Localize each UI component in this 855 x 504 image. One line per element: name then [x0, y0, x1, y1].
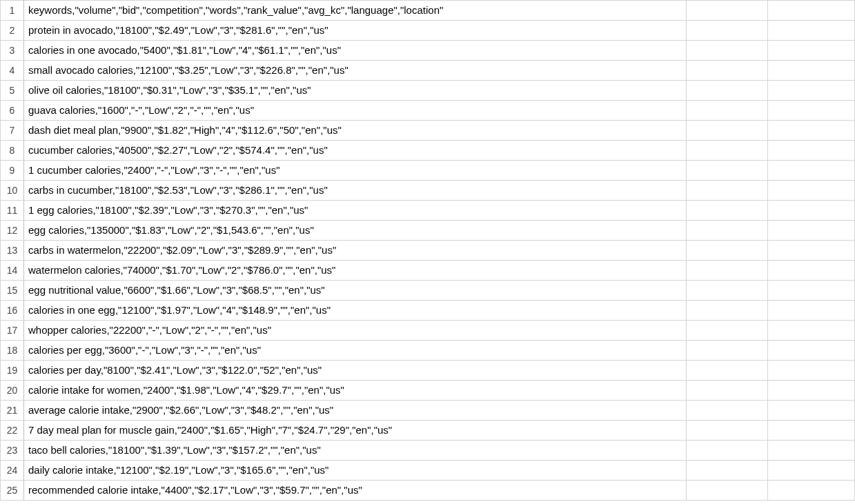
empty-cell[interactable] [768, 281, 855, 301]
empty-cell[interactable] [687, 281, 768, 301]
row-number[interactable]: 3 [1, 41, 24, 61]
row-number[interactable]: 14 [1, 261, 24, 281]
empty-cell[interactable] [768, 61, 855, 81]
empty-cell[interactable] [687, 81, 768, 101]
row-number[interactable]: 13 [1, 241, 24, 261]
row-number[interactable]: 21 [1, 401, 24, 421]
row-number[interactable]: 10 [1, 181, 24, 201]
empty-cell[interactable] [768, 141, 855, 161]
empty-cell[interactable] [687, 321, 768, 341]
empty-cell[interactable] [768, 461, 855, 481]
empty-cell[interactable] [687, 221, 768, 241]
empty-cell[interactable] [768, 181, 855, 201]
row-number[interactable]: 5 [1, 81, 24, 101]
cell-content[interactable]: dash diet meal plan,"9900","$1.82","High… [24, 121, 687, 141]
empty-cell[interactable] [768, 161, 855, 181]
empty-cell[interactable] [768, 321, 855, 341]
cell-content[interactable]: average calorie intake,"2900","$2.66","L… [24, 401, 687, 421]
row-number[interactable]: 2 [1, 21, 24, 41]
empty-cell[interactable] [768, 361, 855, 381]
row-number[interactable]: 22 [1, 421, 24, 441]
row-number[interactable]: 12 [1, 221, 24, 241]
row-number[interactable]: 15 [1, 281, 24, 301]
empty-cell[interactable] [687, 361, 768, 381]
empty-cell[interactable] [687, 61, 768, 81]
empty-cell[interactable] [687, 201, 768, 221]
empty-cell[interactable] [768, 301, 855, 321]
empty-cell[interactable] [687, 341, 768, 361]
empty-cell[interactable] [687, 241, 768, 261]
cell-content[interactable]: guava calories,"1600","-","Low","2","-",… [24, 101, 687, 121]
empty-cell[interactable] [768, 121, 855, 141]
cell-content[interactable]: egg nutritional value,"6600","$1.66","Lo… [24, 281, 687, 301]
cell-content[interactable]: watermelon calories,"74000","$1.70","Low… [24, 261, 687, 281]
row-number[interactable]: 20 [1, 381, 24, 401]
empty-cell[interactable] [687, 381, 768, 401]
empty-cell[interactable] [768, 21, 855, 41]
empty-cell[interactable] [768, 381, 855, 401]
empty-cell[interactable] [768, 81, 855, 101]
empty-cell[interactable] [687, 481, 768, 501]
row-number[interactable]: 6 [1, 101, 24, 121]
empty-cell[interactable] [687, 101, 768, 121]
row-number[interactable]: 23 [1, 441, 24, 461]
cell-content[interactable]: whopper calories,"22200","-","Low","2","… [24, 321, 687, 341]
empty-cell[interactable] [687, 1, 768, 21]
row-number[interactable]: 25 [1, 481, 24, 501]
empty-cell[interactable] [687, 461, 768, 481]
cell-content[interactable]: calories in one egg,"12100","$1.97","Low… [24, 301, 687, 321]
cell-content[interactable]: taco bell calories,"18100","$1.39","Low"… [24, 441, 687, 461]
empty-cell[interactable] [687, 141, 768, 161]
row-number[interactable]: 8 [1, 141, 24, 161]
empty-cell[interactable] [687, 121, 768, 141]
empty-cell[interactable] [687, 401, 768, 421]
cell-content[interactable]: olive oil calories,"18100","$0.31","Low"… [24, 81, 687, 101]
empty-cell[interactable] [768, 401, 855, 421]
cell-content[interactable]: carbs in watermelon,"22200","$2.09","Low… [24, 241, 687, 261]
empty-cell[interactable] [687, 441, 768, 461]
empty-cell[interactable] [768, 201, 855, 221]
cell-content[interactable]: calories in one avocado,"5400","$1.81","… [24, 41, 687, 61]
row-number[interactable]: 1 [1, 1, 24, 21]
cell-content[interactable]: cucumber calories,"40500","$2.27","Low",… [24, 141, 687, 161]
empty-cell[interactable] [768, 341, 855, 361]
cell-content[interactable]: calories per day,"8100","$2.41","Low","3… [24, 361, 687, 381]
cell-content[interactable]: calories per egg,"3600","-","Low","3","-… [24, 341, 687, 361]
empty-cell[interactable] [768, 261, 855, 281]
empty-cell[interactable] [687, 421, 768, 441]
empty-cell[interactable] [768, 101, 855, 121]
empty-cell[interactable] [768, 481, 855, 501]
cell-content[interactable]: protein in avocado,"18100","$2.49","Low"… [24, 21, 687, 41]
row-number[interactable]: 9 [1, 161, 24, 181]
empty-cell[interactable] [768, 441, 855, 461]
empty-cell[interactable] [687, 21, 768, 41]
empty-cell[interactable] [687, 261, 768, 281]
cell-content[interactable]: 1 egg calories,"18100","$2.39","Low","3"… [24, 201, 687, 221]
row-number[interactable]: 19 [1, 361, 24, 381]
cell-content[interactable]: small avocado calories,"12100","$3.25","… [24, 61, 687, 81]
empty-cell[interactable] [687, 41, 768, 61]
cell-content[interactable]: 7 day meal plan for muscle gain,"2400","… [24, 421, 687, 441]
cell-content[interactable]: egg calories,"135000","$1.83","Low","2",… [24, 221, 687, 241]
spreadsheet-grid[interactable]: 1keywords,"volume","bid","competition","… [0, 0, 855, 501]
row-number[interactable]: 17 [1, 321, 24, 341]
empty-cell[interactable] [768, 221, 855, 241]
cell-content[interactable]: calorie intake for women,"2400","$1.98",… [24, 381, 687, 401]
cell-content[interactable]: carbs in cucumber,"18100","$2.53","Low",… [24, 181, 687, 201]
cell-content[interactable]: keywords,"volume","bid","competition","w… [24, 1, 687, 21]
empty-cell[interactable] [768, 241, 855, 261]
row-number[interactable]: 11 [1, 201, 24, 221]
row-number[interactable]: 7 [1, 121, 24, 141]
row-number[interactable]: 18 [1, 341, 24, 361]
row-number[interactable]: 24 [1, 461, 24, 481]
empty-cell[interactable] [687, 301, 768, 321]
empty-cell[interactable] [687, 161, 768, 181]
empty-cell[interactable] [768, 41, 855, 61]
empty-cell[interactable] [768, 421, 855, 441]
cell-content[interactable]: daily calorie intake,"12100","$2.19","Lo… [24, 461, 687, 481]
row-number[interactable]: 4 [1, 61, 24, 81]
empty-cell[interactable] [768, 1, 855, 21]
empty-cell[interactable] [687, 181, 768, 201]
row-number[interactable]: 16 [1, 301, 24, 321]
cell-content[interactable]: 1 cucumber calories,"2400","-","Low","3"… [24, 161, 687, 181]
